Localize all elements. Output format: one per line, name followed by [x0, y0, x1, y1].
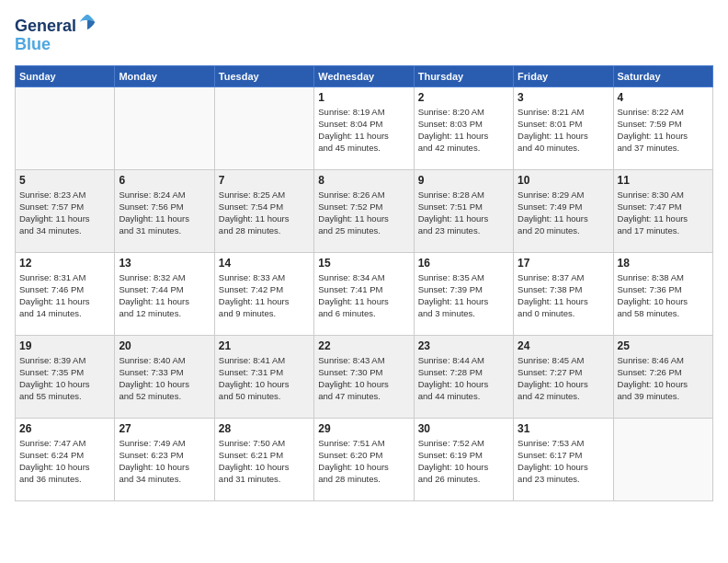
calendar-cell [214, 86, 313, 169]
calendar-week-row: 19Sunrise: 8:39 AMSunset: 7:35 PMDayligh… [16, 335, 713, 418]
calendar-cell: 31Sunrise: 7:53 AMSunset: 6:17 PMDayligh… [514, 418, 613, 500]
day-number: 10 [518, 174, 609, 187]
page-container: General Blue SundayMondayTuesdayWednesda… [15, 15, 713, 501]
day-number: 14 [219, 257, 310, 270]
day-number: 12 [19, 257, 110, 270]
calendar-cell: 25Sunrise: 8:46 AMSunset: 7:26 PMDayligh… [613, 335, 712, 418]
calendar-cell: 11Sunrise: 8:30 AMSunset: 7:47 PMDayligh… [613, 169, 712, 252]
day-number: 13 [119, 257, 210, 270]
day-info: Sunrise: 7:50 AMSunset: 6:21 PMDaylight:… [219, 437, 310, 486]
calendar-cell: 5Sunrise: 8:23 AMSunset: 7:57 PMDaylight… [16, 169, 115, 252]
day-number: 11 [618, 174, 709, 187]
calendar-cell: 17Sunrise: 8:37 AMSunset: 7:38 PMDayligh… [514, 252, 613, 335]
day-info: Sunrise: 8:38 AMSunset: 7:36 PMDaylight:… [618, 271, 709, 320]
day-info: Sunrise: 8:43 AMSunset: 7:30 PMDaylight:… [318, 354, 409, 403]
calendar-cell: 21Sunrise: 8:41 AMSunset: 7:31 PMDayligh… [214, 335, 313, 418]
day-number: 26 [19, 422, 110, 435]
day-info: Sunrise: 8:21 AMSunset: 8:01 PMDaylight:… [518, 106, 609, 155]
day-number: 31 [518, 422, 609, 435]
day-info: Sunrise: 8:26 AMSunset: 7:52 PMDaylight:… [318, 189, 409, 237]
day-number: 4 [618, 91, 709, 104]
day-number: 27 [119, 422, 210, 435]
day-number: 18 [618, 257, 709, 270]
weekday-header-tuesday: Tuesday [214, 65, 313, 86]
calendar-cell: 22Sunrise: 8:43 AMSunset: 7:30 PMDayligh… [314, 335, 414, 418]
day-info: Sunrise: 7:47 AMSunset: 6:24 PMDaylight:… [19, 437, 110, 486]
day-info: Sunrise: 8:44 AMSunset: 7:28 PMDaylight:… [418, 354, 509, 403]
day-info: Sunrise: 7:49 AMSunset: 6:23 PMDaylight:… [119, 437, 210, 486]
day-info: Sunrise: 8:25 AMSunset: 7:54 PMDaylight:… [219, 189, 310, 237]
day-info: Sunrise: 8:35 AMSunset: 7:39 PMDaylight:… [418, 271, 509, 320]
day-number: 21 [219, 339, 310, 352]
weekday-header-wednesday: Wednesday [314, 65, 414, 86]
weekday-header-sunday: Sunday [16, 65, 115, 86]
calendar-cell [613, 418, 712, 500]
day-info: Sunrise: 8:40 AMSunset: 7:33 PMDaylight:… [119, 354, 210, 403]
day-number: 16 [418, 257, 509, 270]
calendar-cell: 28Sunrise: 7:50 AMSunset: 6:21 PMDayligh… [214, 418, 313, 500]
day-number: 15 [318, 257, 409, 270]
calendar-cell: 3Sunrise: 8:21 AMSunset: 8:01 PMDaylight… [514, 86, 613, 169]
calendar-cell: 23Sunrise: 8:44 AMSunset: 7:28 PMDayligh… [414, 335, 513, 418]
day-number: 23 [418, 339, 509, 352]
day-number: 7 [219, 174, 310, 187]
day-info: Sunrise: 8:31 AMSunset: 7:46 PMDaylight:… [19, 271, 110, 320]
day-info: Sunrise: 8:39 AMSunset: 7:35 PMDaylight:… [19, 354, 110, 403]
weekday-header-monday: Monday [115, 65, 214, 86]
weekday-header-friday: Friday [514, 65, 613, 86]
day-number: 5 [19, 174, 110, 187]
calendar-cell: 20Sunrise: 8:40 AMSunset: 7:33 PMDayligh… [115, 335, 214, 418]
calendar-week-row: 1Sunrise: 8:19 AMSunset: 8:04 PMDaylight… [16, 86, 713, 169]
calendar-cell: 4Sunrise: 8:22 AMSunset: 7:59 PMDaylight… [613, 86, 712, 169]
day-number: 6 [119, 174, 210, 187]
calendar-cell: 14Sunrise: 8:33 AMSunset: 7:42 PMDayligh… [214, 252, 313, 335]
day-info: Sunrise: 8:20 AMSunset: 8:03 PMDaylight:… [418, 106, 509, 155]
day-info: Sunrise: 8:23 AMSunset: 7:57 PMDaylight:… [19, 189, 110, 237]
day-number: 20 [119, 339, 210, 352]
day-info: Sunrise: 8:29 AMSunset: 7:49 PMDaylight:… [518, 189, 609, 237]
day-info: Sunrise: 7:52 AMSunset: 6:19 PMDaylight:… [418, 437, 509, 486]
day-info: Sunrise: 8:24 AMSunset: 7:56 PMDaylight:… [119, 189, 210, 237]
weekday-header-saturday: Saturday [613, 65, 712, 86]
day-info: Sunrise: 8:33 AMSunset: 7:42 PMDaylight:… [219, 271, 310, 320]
calendar-cell: 1Sunrise: 8:19 AMSunset: 8:04 PMDaylight… [314, 86, 414, 169]
day-info: Sunrise: 8:46 AMSunset: 7:26 PMDaylight:… [618, 354, 709, 403]
weekday-header-thursday: Thursday [414, 65, 513, 86]
calendar-cell: 30Sunrise: 7:52 AMSunset: 6:19 PMDayligh… [414, 418, 513, 500]
calendar-cell: 7Sunrise: 8:25 AMSunset: 7:54 PMDaylight… [214, 169, 313, 252]
calendar-table: SundayMondayTuesdayWednesdayThursdayFrid… [15, 65, 713, 501]
day-info: Sunrise: 8:34 AMSunset: 7:41 PMDaylight:… [318, 271, 409, 320]
day-number: 9 [418, 174, 509, 187]
logo-text: General Blue [15, 15, 97, 54]
calendar-cell [115, 86, 214, 169]
day-info: Sunrise: 8:37 AMSunset: 7:38 PMDaylight:… [518, 271, 609, 320]
day-number: 19 [19, 339, 110, 352]
calendar-cell: 24Sunrise: 8:45 AMSunset: 7:27 PMDayligh… [514, 335, 613, 418]
day-info: Sunrise: 8:30 AMSunset: 7:47 PMDaylight:… [618, 189, 709, 237]
top-section: General Blue [15, 15, 713, 58]
calendar-week-row: 26Sunrise: 7:47 AMSunset: 6:24 PMDayligh… [16, 418, 713, 500]
day-info: Sunrise: 7:53 AMSunset: 6:17 PMDaylight:… [518, 437, 609, 486]
day-info: Sunrise: 8:32 AMSunset: 7:44 PMDaylight:… [119, 271, 210, 320]
logo-icon [78, 13, 97, 31]
day-info: Sunrise: 8:28 AMSunset: 7:51 PMDaylight:… [418, 189, 509, 237]
day-number: 22 [318, 339, 409, 352]
calendar-cell: 10Sunrise: 8:29 AMSunset: 7:49 PMDayligh… [514, 169, 613, 252]
day-number: 28 [219, 422, 310, 435]
calendar-cell: 15Sunrise: 8:34 AMSunset: 7:41 PMDayligh… [314, 252, 414, 335]
calendar-cell: 9Sunrise: 8:28 AMSunset: 7:51 PMDaylight… [414, 169, 513, 252]
day-number: 29 [318, 422, 409, 435]
calendar-cell: 8Sunrise: 8:26 AMSunset: 7:52 PMDaylight… [314, 169, 414, 252]
day-number: 17 [518, 257, 609, 270]
day-number: 25 [618, 339, 709, 352]
calendar-cell: 16Sunrise: 8:35 AMSunset: 7:39 PMDayligh… [414, 252, 513, 335]
calendar-cell [16, 86, 115, 169]
day-info: Sunrise: 8:22 AMSunset: 7:59 PMDaylight:… [618, 106, 709, 155]
day-number: 30 [418, 422, 509, 435]
calendar-cell: 6Sunrise: 8:24 AMSunset: 7:56 PMDaylight… [115, 169, 214, 252]
calendar-cell: 26Sunrise: 7:47 AMSunset: 6:24 PMDayligh… [16, 418, 115, 500]
calendar-cell: 18Sunrise: 8:38 AMSunset: 7:36 PMDayligh… [613, 252, 712, 335]
day-number: 24 [518, 339, 609, 352]
calendar-cell: 13Sunrise: 8:32 AMSunset: 7:44 PMDayligh… [115, 252, 214, 335]
day-info: Sunrise: 8:41 AMSunset: 7:31 PMDaylight:… [219, 354, 310, 403]
